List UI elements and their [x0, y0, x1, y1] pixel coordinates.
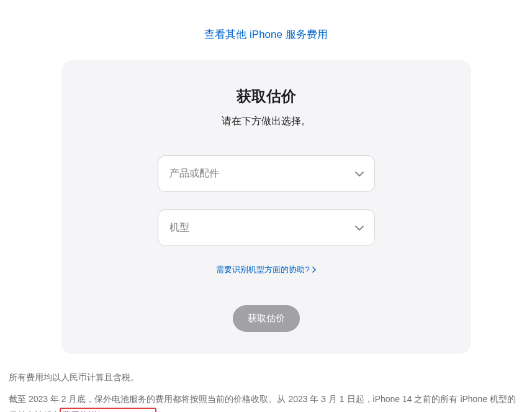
model-select-placeholder: 机型: [169, 221, 189, 234]
card-title: 获取估价: [86, 86, 446, 106]
top-link-wrapper: 查看其他 iPhone 服务费用: [7, 0, 525, 60]
get-estimate-button[interactable]: 获取估价: [233, 305, 300, 332]
help-link-wrapper: 需要识别机型方面的协助?: [86, 263, 446, 275]
other-services-link[interactable]: 查看其他 iPhone 服务费用: [204, 29, 327, 40]
footer-note-1: 所有费用均以人民币计算且含税。: [7, 369, 525, 386]
product-select-placeholder: 产品或配件: [169, 167, 219, 180]
submit-button-wrapper: 获取估价: [86, 305, 446, 332]
footer-note-2: 截至 2023 年 2 月底，保外电池服务的费用都将按照当前的价格收取。从 20…: [7, 391, 525, 412]
price-increase-highlight: 费用将增加 RMB 169。: [60, 408, 156, 412]
model-select[interactable]: 机型: [158, 209, 375, 246]
help-link-text: 需要识别机型方面的协助?: [216, 264, 309, 275]
identify-model-help-link[interactable]: 需要识别机型方面的协助?: [216, 264, 315, 275]
product-select-wrapper: 产品或配件: [158, 155, 375, 192]
card-subtitle: 请在下方做出选择。: [86, 115, 446, 128]
model-select-wrapper: 机型: [158, 209, 375, 246]
product-select[interactable]: 产品或配件: [158, 155, 375, 192]
chevron-right-icon: [312, 265, 316, 275]
estimate-card: 获取估价 请在下方做出选择。 产品或配件 机型 需要识别机型方面的协助?: [61, 60, 471, 354]
